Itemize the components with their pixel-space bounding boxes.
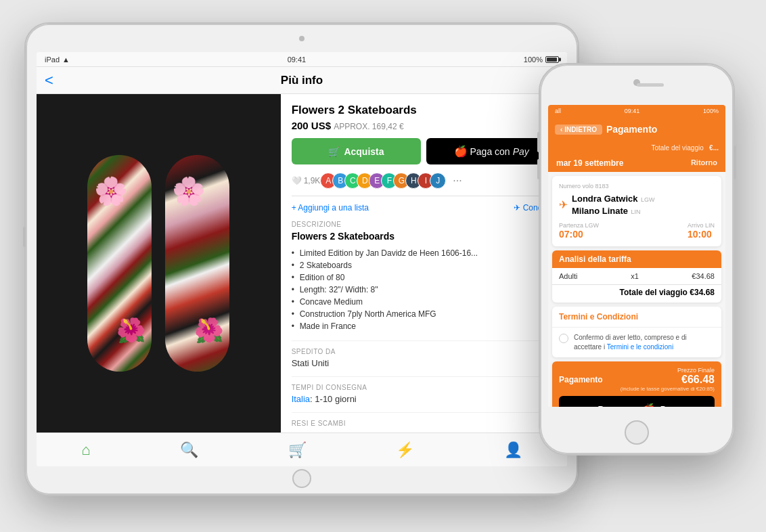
flight-times: Partenza LGW 07:00 Arrivo LIN 10:00 [559,222,715,240]
delivery-section: TEMPI DI CONSEGNA Italia: 1-10 giorni [292,376,556,404]
skateboard-right [165,155,229,372]
description-section: DESCRIZIONE Flowers 2 Skateboards Limite… [292,221,556,332]
action-buttons-row: 🛒 Acquista 🍎 Paga con Pay [292,138,556,164]
tariff-header: Analisi della tariffa [552,250,721,268]
tariff-adults-label: Adulti [559,272,578,280]
plane-icon: ✈ [559,198,568,211]
ipad-status-bar: iPad ▲ 09:41 100% [37,52,567,67]
arrival-block: Arrivo LIN 10:00 [688,222,715,240]
iphone-back-button[interactable]: ‹ INDIETRO [555,125,602,135]
ipad-carrier: iPad [45,56,60,64]
ipad-home-button[interactable] [292,469,311,488]
arrival-time: 10:00 [688,229,715,240]
ipad-tab-bar: ⌂ 🔍 🛒 ⚡ 👤 [37,433,567,466]
ipad-main-content: Flowers 2 Skateboards 200 US$ APPROX. 16… [37,94,567,433]
tab-profile[interactable]: 👤 [504,441,522,459]
iphone-home-button[interactable] [625,420,649,445]
likes-count: 🤍 1,9K [292,176,321,185]
flight-number: Numero volo 8183 [559,183,715,190]
apple-pay-label: Paga con [470,146,510,157]
share-icon: ✈ [514,203,520,213]
delivery-label: TEMPI DI CONSEGNA [292,384,556,391]
tab-search[interactable]: 🔍 [180,441,198,459]
shipped-from-label: SPEDITO DA [292,348,556,355]
iphone-device: all 09:41 100% ‹ INDIETRO Pagamento Tota… [539,63,735,456]
terms-link[interactable]: Termini e le condizioni [607,343,673,351]
description-title: Flowers 2 Skateboards [292,231,556,242]
product-title: Flowers 2 Skateboards [292,104,556,117]
tab-cart[interactable]: 🛒 [288,441,307,459]
departure-label: Partenza LGW [559,222,599,229]
delivery-country[interactable]: Italia [292,394,310,404]
departure-block: Partenza LGW 07:00 [559,222,599,240]
tab-lightning[interactable]: ⚡ [396,441,414,459]
price-final-label: Prezzo Finale [621,367,715,374]
bullet-item-1: Limited Edition by Jan Davidz de Heen 16… [292,247,556,259]
ipad-status-left: iPad ▲ [45,56,70,64]
iphone-vol-down-button[interactable] [537,159,540,179]
bullet-item-6: Construction 7ply North America MFG [292,308,556,320]
total-top-bar: Totale del viaggio €... [548,141,725,154]
tab-home[interactable]: ⌂ [81,441,90,459]
iphone-screen: all 09:41 100% ‹ INDIETRO Pagamento Tota… [548,105,725,407]
apple-pay-pay-label: Paga con [598,404,637,407]
payment-label: Pagamento [559,375,603,384]
bullet-list: Limited Edition by Jan Davidz de Heen 16… [292,247,556,332]
route-text: Londra Gatwick LGW Milano Linate LIN [572,192,715,217]
returns-label: RESI E SCAMBI [292,420,556,427]
iphone-apple-icon: 🍎 [642,403,656,407]
acquista-button[interactable]: 🛒 Acquista [292,138,422,164]
bullet-item-2: 2 Skateboards [292,259,556,271]
skateboard-right-image [165,155,229,372]
tariff-adults-qty: x1 [631,272,639,280]
scene: iPad ▲ 09:41 100% < Più info [11,9,755,523]
skateboard-left-image [87,155,152,372]
ipad-battery-icon [545,56,559,63]
product-images-panel [37,94,281,433]
payment-footer-top: Pagamento Prezzo Finale €66.48 (include … [559,367,715,392]
ipad-device: iPad ▲ 09:41 100% < Più info [24,22,579,496]
ipad-screen: iPad ▲ 09:41 100% < Più info [37,52,567,466]
delivery-days: 1-10 giorni [315,394,356,404]
page-title: Più info [281,74,323,87]
more-options[interactable]: ··· [453,175,461,187]
iphone-carrier: all [555,108,561,114]
terms-text: Confermo di aver letto, compreso e di ac… [574,333,715,352]
description-label: DESCRIZIONE [292,221,556,228]
add-to-list-button[interactable]: + Aggiungi a una lista [292,203,369,213]
terms-checkbox[interactable] [559,334,568,343]
terms-header[interactable]: Termini e Condizioni [552,307,721,328]
ipad-wifi-icon: ▲ [62,56,70,64]
shipped-from-value: Stati Uniti [292,358,556,368]
payment-price-block: Prezzo Finale €66.48 (include le tasse g… [621,367,715,392]
ipad-nav-bar: < Più info [37,67,567,94]
bullet-item-3: Edition of 80 [292,271,556,284]
departure-time: 07:00 [559,229,599,240]
flight-date-row: mar 19 settembre Ritorno [548,154,725,172]
skateboard-left [87,155,152,372]
iphone-content: Totale del viaggio €... mar 19 settembre… [548,141,725,407]
iphone-battery-label: 100% [703,108,719,114]
tariff-adults-price: €34.68 [692,272,715,280]
iphone-apple-pay-button[interactable]: Paga con 🍎 Pay [559,396,715,407]
delivery-value: Italia: 1-10 giorni [292,394,556,404]
flight-route: ✈ Londra Gatwick LGW Milano Linate LIN [559,192,715,217]
from-city: Londra Gatwick LGW [572,192,715,204]
avatars-group: A B C D E F G H I J [324,173,446,189]
ipad-side-button[interactable] [23,227,26,247]
cart-icon: 🛒 [328,146,340,157]
flight-card: Numero volo 8183 ✈ Londra Gatwick LGW Mi… [552,176,721,246]
iphone-status-bar: all 09:41 100% [548,105,725,117]
iphone-vol-up-button[interactable] [537,132,540,152]
bullet-item-5: Concave Medium [292,296,556,308]
action-row: + Aggiungi a una lista ✈ Condividi [292,203,556,213]
back-button[interactable]: < [45,73,53,88]
iphone-power-button[interactable] [734,146,736,179]
product-price: 200 US$ APPROX. 169,42 € [292,120,556,131]
ipad-status-right: 100% [524,56,559,64]
payment-final-price: €66.48 [621,374,715,386]
back-label: INDIETRO [564,126,597,133]
flight-date: mar 19 settembre [556,158,623,168]
iphone-apple-pay-brand: Pay [660,404,676,407]
apple-pay-brand: Pay [513,146,529,157]
